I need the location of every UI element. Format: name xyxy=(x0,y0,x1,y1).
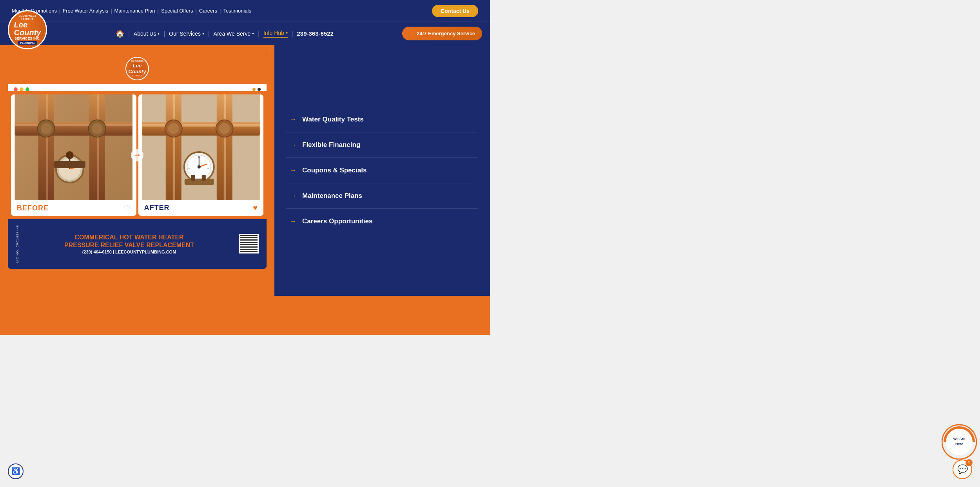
second-content-row xyxy=(0,296,490,335)
logo-county-text: LeeCounty xyxy=(14,21,41,36)
browser-dot-dark xyxy=(258,88,261,91)
svg-rect-6 xyxy=(97,94,99,200)
after-label-container: AFTER ♥ xyxy=(138,200,264,215)
dropdown-item-careers[interactable]: → Careers Opportunities xyxy=(286,209,478,231)
svg-point-18 xyxy=(66,151,74,159)
svg-rect-22 xyxy=(172,94,175,200)
browser-chrome xyxy=(8,84,267,91)
svg-point-38 xyxy=(197,165,200,168)
before-after-container: BEFORE ♡ → xyxy=(8,91,267,219)
svg-rect-7 xyxy=(15,122,132,136)
special-offers-link[interactable]: Special Offers xyxy=(161,8,193,14)
svg-point-10 xyxy=(41,123,52,134)
dropdown-menu: → Water Quality Tests → Flexible Financi… xyxy=(274,45,490,296)
arrow-icon-financing: → xyxy=(290,141,296,148)
card-logo: SW FLORIDA LeeCounty SERVICES xyxy=(125,57,149,80)
logo-plumbing-text: PLUMBING xyxy=(18,41,37,45)
svg-rect-2 xyxy=(15,94,132,200)
logo-services-text: SERVICES INC. xyxy=(15,36,40,40)
after-label: AFTER xyxy=(144,204,170,212)
before-card: BEFORE ♡ xyxy=(11,94,136,216)
footer-phone: (239) 464-6150 | LEECOUNTYPLUMBING.COM xyxy=(23,250,235,254)
svg-point-30 xyxy=(219,123,230,134)
arrow-icon-coupons: → xyxy=(290,167,296,174)
card-header: SW FLORIDA LeeCounty SERVICES xyxy=(8,53,267,84)
dropdown-item-financing[interactable]: → Flexible Financing xyxy=(286,132,478,158)
nav-area-we-serve[interactable]: Area We Serve ▾ xyxy=(214,31,254,37)
dropdown-item-maintenance[interactable]: → Maintenance Plans xyxy=(286,183,478,209)
info-hub-chevron-icon: ▾ xyxy=(286,31,288,35)
svg-rect-8 xyxy=(15,124,132,126)
before-pipe-image xyxy=(11,94,136,200)
arrow-connector-icon: → xyxy=(131,149,143,161)
nav-items: 🏠 | About Us ▾ | Our Services ▾ | Area W… xyxy=(47,29,402,38)
home-icon[interactable]: 🏠 xyxy=(116,29,124,38)
svg-text:→: → xyxy=(206,167,209,170)
svg-rect-17 xyxy=(54,161,85,168)
our-services-chevron-icon: ▾ xyxy=(202,31,204,36)
qr-code xyxy=(239,234,259,253)
nav-our-services[interactable]: Our Services ▾ xyxy=(169,31,204,37)
free-water-analysis-link[interactable]: Free Water Analysis xyxy=(63,8,108,14)
svg-rect-4 xyxy=(46,94,48,200)
emergency-arrow-icon: → xyxy=(409,31,414,36)
nav-about-us[interactable]: About Us ▾ xyxy=(134,31,160,37)
heart-outline-icon: ♡ xyxy=(123,203,131,213)
svg-text:←: ← xyxy=(187,167,191,170)
svg-rect-41 xyxy=(201,175,205,181)
heart-filled-icon: ♥ xyxy=(253,203,258,212)
before-after-card: SW FLORIDA LeeCounty SERVICES xyxy=(8,53,267,269)
nav-info-hub[interactable]: Info Hub ▾ xyxy=(263,30,288,38)
nav-phone: 239-363-6522 xyxy=(297,30,334,37)
logo-top-text: SOUTHWESTFLORIDA xyxy=(19,14,36,20)
after-pipe-image: 0 → ← xyxy=(138,94,264,200)
emergency-service-button[interactable]: → 24/7 Emergency Service xyxy=(402,27,482,40)
arrow-icon-water-quality: → xyxy=(290,116,296,123)
browser-dot-red xyxy=(14,87,18,91)
svg-point-12 xyxy=(92,123,103,134)
svg-rect-39 xyxy=(184,179,214,185)
license-text: LIC NO. CFC1428448 xyxy=(16,225,19,263)
dropdown-item-coupons[interactable]: → Coupons & Specials xyxy=(286,158,478,183)
before-label: BEFORE xyxy=(17,204,49,212)
svg-rect-24 xyxy=(223,94,226,200)
svg-rect-26 xyxy=(142,124,260,127)
browser-dot-orange xyxy=(252,88,256,91)
testimonials-link[interactable]: Testimonials xyxy=(223,8,251,14)
maintenance-plan-link[interactable]: Maintenance Plan xyxy=(114,8,155,14)
after-card: 0 → ← AFTER xyxy=(138,94,264,216)
svg-point-28 xyxy=(168,123,179,134)
careers-link[interactable]: Careers xyxy=(199,8,217,14)
top-nav-links: Monthly Promotions | Free Water Analysis… xyxy=(12,8,251,14)
main-nav: SOUTHWESTFLORIDA LeeCounty SERVICES INC.… xyxy=(0,22,490,45)
footer-title: COMMERICAL HOT WATER HEATERPRESSURE RELI… xyxy=(23,234,235,250)
browser-dot-yellow xyxy=(20,87,24,91)
card-footer: LIC NO. CFC1428448 COMMERICAL HOT WATER … xyxy=(8,219,267,269)
svg-rect-40 xyxy=(191,175,195,181)
arrow-icon-careers: → xyxy=(290,218,296,225)
content-area: SW FLORIDA LeeCounty SERVICES xyxy=(0,45,490,296)
contact-us-button[interactable]: Contact Us xyxy=(432,5,478,17)
browser-dot-green xyxy=(25,87,29,91)
arrow-icon-maintenance: → xyxy=(290,192,296,199)
main-image-section: SW FLORIDA LeeCounty SERVICES xyxy=(0,45,274,296)
top-nav: Monthly Promotions | Free Water Analysis… xyxy=(0,0,490,22)
about-us-chevron-icon: ▾ xyxy=(158,31,160,36)
svg-rect-25 xyxy=(142,122,260,136)
dropdown-item-water-quality[interactable]: → Water Quality Tests xyxy=(286,110,478,132)
area-we-serve-chevron-icon: ▾ xyxy=(252,31,254,36)
before-label-container: BEFORE ♡ xyxy=(11,200,136,216)
site-logo: SOUTHWESTFLORIDA LeeCounty SERVICES INC.… xyxy=(8,10,47,49)
